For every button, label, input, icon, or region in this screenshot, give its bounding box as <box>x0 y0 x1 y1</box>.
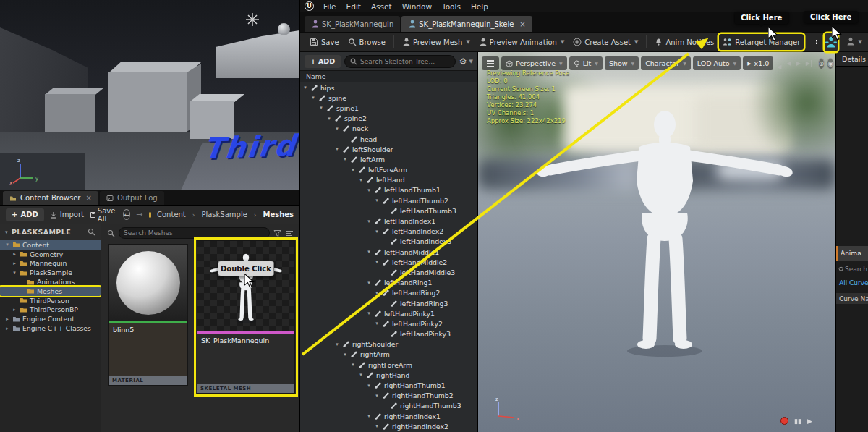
import-button[interactable]: Import <box>50 211 84 219</box>
add-bone-button[interactable]: + ADD <box>305 55 341 68</box>
asset-search-field[interactable] <box>119 227 270 239</box>
folder-tree-item[interactable]: Engine Content <box>0 314 101 323</box>
folder-tree-item[interactable]: ThirdPersonBP <box>0 305 101 315</box>
bone-row[interactable]: leftHandPinky3 <box>300 329 477 339</box>
folder-tree-item[interactable]: PlaskSample <box>0 268 101 277</box>
bone-row[interactable]: leftHandPinky1 <box>300 308 477 318</box>
folder-tree-item[interactable]: Geometry <box>0 250 101 259</box>
expand-chevron-icon[interactable] <box>374 393 380 399</box>
bone-row[interactable]: neck <box>300 124 477 134</box>
anim-notifies-button[interactable]: Anim Notifies <box>651 34 718 50</box>
bone-row[interactable]: rightShoulder <box>300 339 477 350</box>
bone-row[interactable]: leftHandIndex2 <box>300 226 477 237</box>
lod-button[interactable]: LOD Auto▼ <box>693 56 741 70</box>
expand-chevron-icon[interactable] <box>326 116 332 122</box>
expand-chevron-icon[interactable] <box>350 167 356 173</box>
add-button[interactable]: + ADD <box>6 208 44 221</box>
preview-animation-button[interactable]: Preview Animation▼ <box>475 34 568 50</box>
tab-content-browser[interactable]: Content Browser × <box>3 191 98 205</box>
tab-output-log[interactable]: Output Log <box>100 191 164 205</box>
folder-tree-item[interactable]: ThirdPerson <box>0 296 101 305</box>
perspective-button[interactable]: Perspective▼ <box>501 56 567 70</box>
bone-row[interactable]: leftHandRing3 <box>300 298 477 308</box>
expand-chevron-icon[interactable] <box>366 249 372 255</box>
focus-icon[interactable]: ⊕ <box>818 58 825 69</box>
details-panel-header[interactable]: Details <box>836 52 868 67</box>
expand-chevron-icon[interactable] <box>358 372 364 378</box>
retarget-manager-button[interactable]: Retarget Manager Click Here <box>719 34 804 50</box>
skeleton-search-field[interactable] <box>344 55 456 68</box>
save-all-button[interactable]: Save All <box>90 207 118 223</box>
expand-chevron-icon[interactable] <box>366 219 372 224</box>
retarget-manager-toolbar-icon-button[interactable]: Click Here <box>825 33 838 51</box>
settings-button[interactable]: ⚙▼ <box>459 56 473 67</box>
curve-name-column-header[interactable]: Curve Nam <box>836 293 868 304</box>
curves-search-field[interactable]: Search <box>836 263 868 275</box>
camera-icon[interactable]: ◉ <box>827 58 834 69</box>
bone-row[interactable]: leftHand <box>300 175 477 185</box>
bone-row[interactable]: rightHandThumb2 <box>300 391 477 401</box>
expand-chevron-icon[interactable] <box>374 290 380 296</box>
close-icon[interactable]: × <box>85 194 91 202</box>
folder-tree-item[interactable]: Engine C++ Classes <box>0 323 101 333</box>
expand-chevron-icon[interactable] <box>12 270 17 276</box>
expand-chevron-icon[interactable] <box>342 352 348 357</box>
menu-item[interactable]: File <box>318 2 341 11</box>
expand-chevron-icon[interactable] <box>350 362 356 368</box>
expand-chevron-icon[interactable] <box>334 342 340 347</box>
skeleton-search-input[interactable] <box>360 58 450 65</box>
expand-chevron-icon[interactable] <box>358 177 364 183</box>
bone-row[interactable]: head <box>300 134 477 144</box>
breadcrumb-item-current[interactable]: Meshes <box>263 211 294 219</box>
expand-chevron-icon[interactable] <box>366 310 372 316</box>
folder-tree-item[interactable]: Meshes <box>0 287 101 296</box>
bone-row[interactable]: rightArm <box>300 350 477 360</box>
bone-row[interactable]: leftHandMiddle1 <box>300 247 477 257</box>
step-back-icon[interactable]: ◀ <box>785 60 792 67</box>
tab-animation-curves[interactable]: Anima <box>836 246 868 261</box>
play-button[interactable]: ▶ <box>807 418 812 425</box>
search-input[interactable] <box>124 229 265 237</box>
bone-row[interactable]: leftHandThumb1 <box>300 185 477 195</box>
bone-row[interactable]: leftHandRing2 <box>300 288 477 298</box>
bone-row[interactable]: rightHandIndex1 <box>300 411 477 421</box>
menu-item[interactable]: Tools <box>437 2 466 11</box>
menu-item[interactable]: Asset <box>366 2 397 11</box>
go-to-end-icon[interactable]: ▶| <box>804 60 814 67</box>
expand-chevron-icon[interactable] <box>334 126 340 132</box>
bone-row[interactable]: rightHandThumb1 <box>300 380 477 390</box>
folder-tree-item[interactable]: Mannequin <box>0 259 101 268</box>
filter-icon[interactable] <box>273 229 281 237</box>
folder-tree-item[interactable]: Animations <box>0 277 101 287</box>
character-menu-button[interactable]: Character▼ <box>641 56 691 70</box>
bone-row[interactable]: rightHandIndex2 <box>300 421 477 431</box>
character-button[interactable]: ▼ <box>846 33 862 51</box>
level-editor-viewport[interactable]: Third z y x <box>0 0 299 190</box>
playback-speed-button[interactable]: ▶x1.0 <box>743 56 773 70</box>
expand-chevron-icon[interactable] <box>4 242 10 247</box>
view-options-icon[interactable] <box>285 229 294 237</box>
menu-item[interactable]: Edit <box>341 2 366 11</box>
expand-chevron-icon[interactable] <box>302 85 308 90</box>
save-button[interactable]: Save <box>306 34 343 50</box>
bone-row[interactable]: leftArm <box>300 154 477 164</box>
asset-tile-blinn5[interactable]: blinn5 MATERIAL <box>109 244 188 386</box>
expand-chevron-icon[interactable] <box>366 187 372 193</box>
expand-chevron-icon[interactable] <box>4 326 10 331</box>
content-browser-asset-view[interactable]: blinn5 MATERIAL SK_PlaskMannequin SKELET… <box>101 224 299 432</box>
record-button[interactable] <box>780 417 788 425</box>
show-button[interactable]: Show▼ <box>605 56 639 70</box>
bone-row[interactable]: leftHandThumb3 <box>300 206 477 216</box>
column-header-name[interactable]: Name <box>300 71 477 82</box>
bone-row[interactable]: spine1 <box>300 103 477 113</box>
pause-button[interactable]: ▮▮ <box>794 418 801 425</box>
bone-row[interactable]: leftHandIndex1 <box>300 216 477 226</box>
bone-row[interactable]: leftHandIndex3 <box>300 237 477 247</box>
expand-chevron-icon[interactable] <box>310 95 316 101</box>
tab-sk-plaskmannequin[interactable]: SK_PlaskMannequin <box>305 16 400 32</box>
expand-chevron-icon[interactable] <box>4 316 10 322</box>
all-curves-filter[interactable]: All Curves <box>836 279 868 287</box>
bone-row[interactable]: leftHandPinky2 <box>300 318 477 329</box>
expand-chevron-icon[interactable] <box>12 251 17 257</box>
expand-chevron-icon[interactable] <box>334 146 340 152</box>
